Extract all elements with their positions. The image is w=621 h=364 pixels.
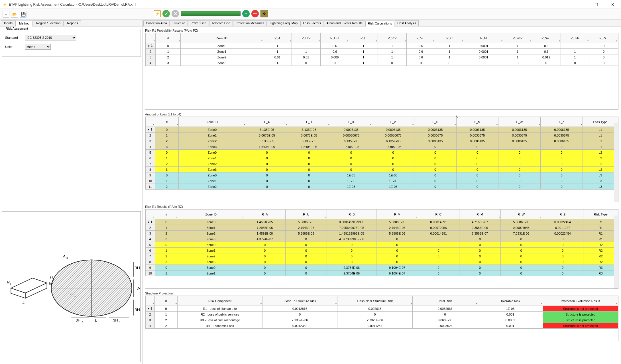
cell[interactable]: Zone2 <box>178 231 244 236</box>
cell[interactable]: 1.8405E-05 <box>372 144 414 150</box>
column-header[interactable]: L_U▾ <box>288 117 330 127</box>
cell[interactable]: 1 <box>561 54 589 60</box>
cell[interactable]: 0 <box>244 242 285 248</box>
cell[interactable]: 0 <box>412 312 478 317</box>
cell[interactable]: 0 <box>498 184 541 190</box>
cell[interactable]: 0.00030675 <box>372 133 414 138</box>
cell[interactable]: 9.1094E-07 <box>376 265 418 271</box>
cell[interactable]: 3 <box>146 231 155 236</box>
cell[interactable]: 4.377389985E-06 <box>327 236 376 242</box>
column-header[interactable]: Zone ID▾ <box>178 117 246 127</box>
cell[interactable]: 1E-05 <box>330 184 372 190</box>
cell[interactable]: 0.006 <box>320 54 349 60</box>
cell[interactable]: 2.7328E-06 <box>337 317 412 323</box>
cell[interactable]: 0 <box>330 150 372 155</box>
cell[interactable]: Zone1 <box>178 155 246 161</box>
cell[interactable]: 0 <box>155 127 179 133</box>
cell[interactable]: 0 <box>464 60 503 66</box>
cell[interactable]: 1 <box>561 43 589 49</box>
cell[interactable]: Zone0 <box>178 242 244 248</box>
result-tab-collection-area[interactable]: Collection Area <box>143 20 170 26</box>
cell[interactable]: 0 <box>246 167 288 172</box>
cell[interactable]: 3 <box>155 144 179 150</box>
cell[interactable]: Zone1 <box>178 178 246 184</box>
cell[interactable]: 9.868E-06 <box>412 317 478 323</box>
cell[interactable]: Zone3 <box>178 259 244 265</box>
column-header[interactable]: P_B▾ <box>349 33 378 43</box>
cell[interactable]: 0.00027943 <box>500 225 542 231</box>
cell[interactable]: 0 <box>456 144 498 150</box>
minimize-button[interactable]: — <box>574 1 585 8</box>
cell[interactable]: 0 <box>500 248 542 253</box>
cell[interactable]: Zone2 <box>178 253 244 259</box>
cell[interactable]: 3 <box>146 138 155 144</box>
cell[interactable]: 0 <box>500 259 542 265</box>
cell[interactable]: 0 <box>418 236 459 242</box>
cell[interactable]: 0.00072956 <box>418 225 459 231</box>
cell[interactable]: 1 <box>292 43 321 49</box>
cell[interactable]: 0.0006135 <box>456 127 498 133</box>
cell[interactable]: ▸ 1 <box>146 306 155 312</box>
risk-results-table[interactable]: ▾#▾Zone ID▾R_A▾R_U▾R_B▾R_V▾R_C▾R_M▾R_W▾R… <box>145 209 618 276</box>
cell[interactable]: 0 <box>286 253 327 259</box>
cell[interactable]: 0 <box>498 178 541 184</box>
cell[interactable]: 0.001 <box>478 312 543 317</box>
cell[interactable]: 0 <box>286 265 327 271</box>
cell[interactable]: 0 <box>288 172 330 178</box>
cell[interactable]: 0 <box>456 150 498 155</box>
column-header[interactable]: #▾ <box>155 296 178 306</box>
cell[interactable]: 4 <box>146 144 155 150</box>
cell[interactable]: 0 <box>459 265 500 271</box>
cell[interactable]: 0 <box>376 242 418 248</box>
cell[interactable]: 0 <box>541 178 583 184</box>
cell[interactable]: 0 <box>541 184 583 190</box>
cell[interactable]: 0 <box>503 60 532 66</box>
column-header[interactable]: ▾ <box>146 210 155 219</box>
cell[interactable]: 1 <box>155 312 178 317</box>
cell[interactable]: 1 <box>349 43 378 49</box>
cell[interactable]: 4 <box>146 236 155 242</box>
column-header[interactable]: Zone ID▾ <box>181 33 263 43</box>
cell[interactable]: R1 <box>583 231 618 236</box>
cell[interactable]: 0.0023626 <box>412 323 478 329</box>
cell[interactable]: 0 <box>372 155 414 161</box>
cell[interactable]: 7 <box>146 253 155 259</box>
cell[interactable]: 0.0006135 <box>330 127 372 133</box>
cell[interactable]: 0 <box>589 49 618 54</box>
cell[interactable]: 0 <box>246 161 288 167</box>
cell[interactable]: 2.3585E-07 <box>459 231 500 236</box>
cell[interactable]: 1E-05 <box>372 178 414 184</box>
column-header[interactable]: Loss Type▾ <box>583 117 618 127</box>
cell[interactable]: 0 <box>244 248 285 253</box>
cell[interactable]: 1 <box>263 43 292 49</box>
cell[interactable]: 0 <box>376 236 418 242</box>
cell[interactable]: 0 <box>244 271 285 276</box>
column-header[interactable]: #▾ <box>155 117 179 127</box>
cell[interactable]: 0 <box>246 172 288 178</box>
cell[interactable]: Zone1 <box>178 133 246 138</box>
cell[interactable]: 1 <box>155 155 179 161</box>
cell[interactable]: 0 <box>414 150 457 155</box>
cell[interactable]: 0 <box>372 161 414 167</box>
cell[interactable]: R2 <box>583 253 618 259</box>
cell[interactable]: 0 <box>500 236 542 242</box>
column-header[interactable]: #▾ <box>156 33 181 43</box>
cell[interactable]: 5 <box>146 242 155 248</box>
cell[interactable]: Structure is protected <box>543 312 618 317</box>
cell[interactable]: L1 <box>583 138 618 144</box>
cell[interactable]: 2 <box>146 312 155 317</box>
cell[interactable]: 1 <box>435 49 464 54</box>
cell[interactable]: 0.0030675 <box>541 133 583 138</box>
cell[interactable]: 0 <box>414 178 457 184</box>
cell[interactable]: 2 <box>155 138 179 144</box>
cell[interactable]: 0.0006135 <box>456 138 498 144</box>
cell[interactable]: 0 <box>327 259 376 265</box>
cell[interactable]: 1E-05 <box>372 172 414 178</box>
cell[interactable]: L2 <box>583 150 618 155</box>
cell[interactable]: 0 <box>589 54 618 60</box>
cell[interactable]: 0 <box>541 155 583 161</box>
column-header[interactable]: P_C▾ <box>435 33 464 43</box>
cell[interactable]: 0.0030675 <box>498 133 541 138</box>
input-tab-method[interactable]: Method <box>16 21 33 27</box>
cell[interactable]: L1 <box>583 133 618 138</box>
